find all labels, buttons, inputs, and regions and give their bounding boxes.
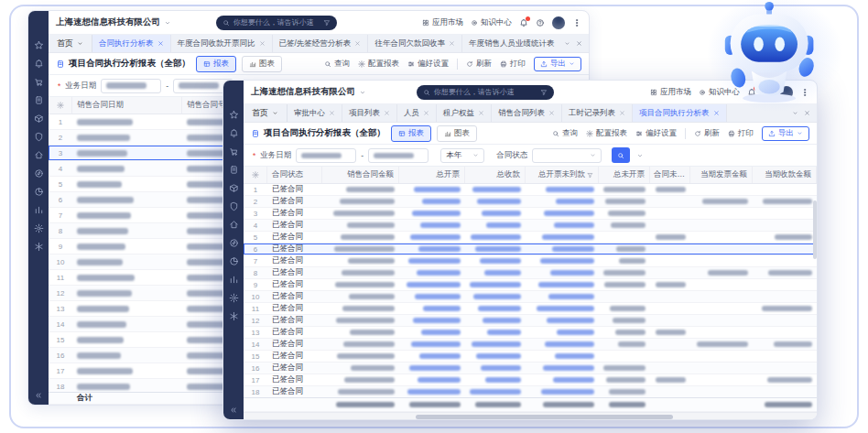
close-tab-icon[interactable] (478, 110, 484, 116)
table-row[interactable]: 8已签合同 (244, 267, 817, 279)
pie-icon[interactable] (34, 187, 44, 197)
doc-icon[interactable] (34, 95, 44, 105)
pie-icon[interactable] (229, 256, 239, 266)
tab-往年合同欠款回收率[interactable]: 往年合同欠款回收率 (368, 35, 462, 52)
tab-租户权益[interactable]: 租户权益 (437, 104, 492, 122)
close-tab-icon[interactable] (384, 110, 390, 116)
close-tab-icon[interactable] (423, 110, 429, 116)
contract-status-select[interactable] (532, 148, 602, 163)
close-tab-icon[interactable] (713, 110, 720, 116)
more-vertical-icon[interactable] (572, 18, 581, 27)
box-icon[interactable] (229, 183, 239, 193)
column-header-总开票未到款[interactable]: 总开票未到款 (526, 167, 599, 183)
filter-icon[interactable] (323, 19, 331, 27)
view-chart-button[interactable]: 图表 (437, 125, 477, 142)
tab-项目合同执行分析表[interactable]: 项目合同执行分析表 (633, 104, 727, 122)
table-row[interactable]: 2已签合同 (244, 196, 817, 208)
table-row[interactable]: 5已签合同 (244, 232, 817, 244)
filter-icon[interactable] (540, 89, 548, 96)
filter-search-button[interactable] (612, 147, 630, 163)
preferences-button[interactable]: 偏好设置 (635, 128, 677, 139)
column-header-销售合同金额[interactable]: 销售合同金额 (322, 167, 399, 183)
table-row[interactable]: 10已签合同 (244, 291, 817, 303)
date-from-input[interactable] (296, 148, 356, 163)
tab-审批中心[interactable]: 审批中心 (288, 104, 342, 122)
date-to-input[interactable] (368, 148, 429, 163)
avatar[interactable] (552, 16, 565, 29)
table-row[interactable]: 3已签合同 (244, 208, 817, 220)
close-tab-icon[interactable] (157, 40, 164, 47)
bell-icon[interactable] (229, 128, 239, 138)
vertical-scrollbar[interactable] (812, 183, 817, 397)
view-report-button[interactable]: 报表 (391, 125, 431, 142)
tab-已签/先签经营分析表[interactable]: 已签/先签经营分析表 (273, 35, 369, 52)
year-select[interactable]: 本年 (440, 148, 484, 163)
compass-icon[interactable] (34, 168, 44, 179)
refresh-button[interactable]: 刷新 (466, 59, 492, 70)
bell-icon[interactable] (34, 59, 44, 69)
print-button[interactable]: 打印 (500, 59, 526, 70)
notifications-bell-icon[interactable] (519, 18, 528, 27)
table-row[interactable]: 6已签合同 (244, 244, 817, 255)
box-icon[interactable] (34, 114, 44, 124)
export-button[interactable]: 导出 (534, 57, 581, 71)
app-market-link[interactable]: 应用市场 (422, 17, 463, 28)
preferences-button[interactable]: 偏好设置 (407, 59, 449, 70)
close-tab-icon[interactable] (259, 40, 266, 47)
column-header-总开票[interactable]: 总开票 (399, 167, 465, 183)
collapse-sidebar-icon[interactable] (229, 406, 238, 415)
home-icon[interactable] (34, 150, 44, 160)
table-row[interactable]: 1已签合同 (244, 184, 817, 196)
column-settings-gear-icon[interactable] (49, 97, 72, 114)
assistant-search-input[interactable]: 你想要什么，请告诉小速 (417, 85, 554, 100)
app-logo-icon[interactable] (228, 86, 239, 103)
config-report-button[interactable]: 配置报表 (358, 59, 399, 70)
date-from-input[interactable] (101, 79, 161, 93)
view-chart-button[interactable]: 图表 (242, 56, 282, 72)
close-tab-icon[interactable] (449, 40, 455, 47)
column-header-销售合同日期[interactable]: 销售合同日期 (72, 97, 182, 114)
table-row[interactable]: 9已签合同 (244, 279, 817, 291)
app-market-link[interactable]: 应用市场 (650, 87, 691, 98)
tab-合同执行分析表[interactable]: 合同执行分析表 (92, 35, 171, 52)
close-tab-icon[interactable] (619, 110, 625, 116)
table-row[interactable]: 4已签合同 (244, 220, 817, 232)
close-all-tabs-icon[interactable] (576, 40, 582, 47)
expand-filters-icon[interactable] (636, 152, 644, 159)
tab-工时记录列表[interactable]: 工时记录列表 (562, 104, 633, 122)
column-header-当期发票金额[interactable]: 当期发票金额 (690, 167, 753, 183)
tab-list-chevron-icon[interactable] (564, 40, 570, 47)
star-icon[interactable] (34, 40, 44, 50)
chevron-down-icon[interactable] (359, 84, 366, 101)
company-name[interactable]: 上海速想信息科技有限公司 (56, 16, 160, 28)
tab-年度销售人员业绩统计表[interactable]: 年度销售人员业绩统计表 (462, 35, 558, 52)
query-button[interactable]: 查询 (552, 128, 578, 139)
doc-icon[interactable] (229, 165, 239, 175)
home-icon[interactable] (229, 220, 239, 230)
compass-icon[interactable] (229, 238, 239, 248)
assistant-search-input[interactable]: 你想要什么，请告诉小速 (216, 16, 337, 30)
column-settings-gear-icon[interactable] (244, 167, 267, 183)
gear-icon[interactable] (34, 223, 44, 233)
shield-icon[interactable] (229, 201, 239, 211)
app-logo-icon[interactable] (33, 16, 44, 33)
table-row[interactable]: 13已签合同 (244, 327, 817, 339)
table-row[interactable]: 7已签合同 (244, 255, 817, 267)
snow-icon[interactable] (34, 242, 44, 252)
snow-icon[interactable] (229, 311, 239, 321)
gear-icon[interactable] (229, 293, 239, 303)
table-row[interactable]: 16已签合同 (244, 363, 817, 374)
tab-年度合同收款开票同比[interactable]: 年度合同收款开票同比 (171, 35, 273, 52)
column-header-总收款[interactable]: 总收款 (465, 167, 526, 183)
bars-icon[interactable] (34, 205, 44, 215)
cart-icon[interactable] (34, 77, 44, 87)
scrollbar-thumb[interactable] (813, 200, 817, 259)
export-button[interactable]: 导出 (762, 126, 809, 141)
tab-home[interactable]: 首页 (244, 104, 288, 122)
tab-home[interactable]: 首页 (49, 35, 92, 52)
query-button[interactable]: 查询 (324, 59, 350, 70)
table-row[interactable]: 12已签合同 (244, 315, 817, 327)
config-report-button[interactable]: 配置报表 (586, 128, 627, 139)
star-icon[interactable] (229, 110, 239, 120)
horizontal-scrollbar[interactable] (244, 412, 817, 419)
